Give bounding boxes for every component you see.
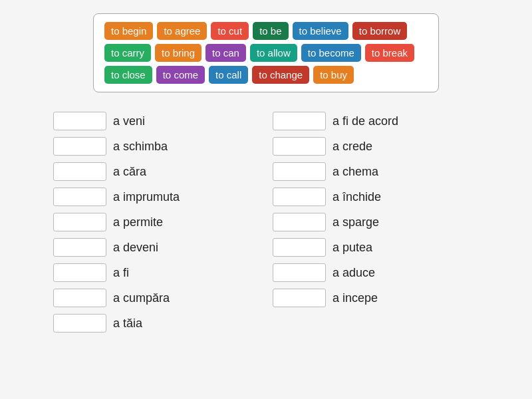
- answer-box[interactable]: [53, 289, 106, 307]
- answer-box[interactable]: [273, 263, 326, 282]
- answer-box[interactable]: [53, 238, 106, 257]
- match-label: a permite: [113, 215, 163, 229]
- answer-box[interactable]: [53, 188, 106, 206]
- answer-box[interactable]: [53, 213, 106, 231]
- word-chip[interactable]: to borrow: [352, 22, 408, 40]
- match-label: a veni: [113, 114, 145, 128]
- answer-box[interactable]: [273, 238, 326, 257]
- match-row: a cumpăra: [47, 285, 266, 311]
- match-row: a putea: [266, 235, 485, 260]
- word-chip[interactable]: to believe: [293, 22, 348, 40]
- match-label: a sparge: [332, 215, 379, 229]
- match-label: a cumpăra: [113, 291, 170, 305]
- match-row: a închide: [266, 184, 485, 209]
- match-label: a tăia: [113, 317, 142, 331]
- answer-box[interactable]: [273, 213, 326, 231]
- match-label: a închide: [332, 190, 381, 204]
- word-chip[interactable]: to call: [209, 66, 248, 84]
- word-chip[interactable]: to bring: [155, 44, 201, 62]
- match-area: a venia schimbaa căraa imprumutaa permit…: [47, 108, 485, 336]
- answer-box[interactable]: [273, 162, 326, 181]
- word-chip[interactable]: to change: [252, 66, 309, 84]
- match-label: a căra: [113, 165, 146, 179]
- word-chip[interactable]: to break: [365, 44, 414, 62]
- answer-box[interactable]: [273, 112, 326, 130]
- match-row: a căra: [47, 159, 266, 184]
- match-row: a sparge: [266, 209, 485, 235]
- word-chip[interactable]: to be: [253, 22, 288, 40]
- match-row: a fi de acord: [266, 108, 485, 134]
- answer-box[interactable]: [53, 162, 106, 181]
- match-row: a chema: [266, 159, 485, 184]
- answer-box[interactable]: [53, 314, 106, 332]
- match-row: a fi: [47, 260, 266, 285]
- answer-box[interactable]: [53, 112, 106, 130]
- match-row: a imprumuta: [47, 184, 266, 209]
- word-chip[interactable]: to cut: [211, 22, 249, 40]
- match-label: a deveni: [113, 241, 158, 255]
- match-label: a imprumuta: [113, 190, 180, 204]
- match-label: a incepe: [332, 291, 378, 305]
- match-label: a crede: [332, 140, 372, 154]
- match-row: a schimba: [47, 134, 266, 159]
- match-label: a aduce: [332, 266, 375, 280]
- match-row: a deveni: [47, 235, 266, 260]
- answer-box[interactable]: [273, 289, 326, 307]
- match-label: a schimba: [113, 140, 168, 154]
- answer-box[interactable]: [273, 137, 326, 156]
- match-label: a chema: [332, 165, 378, 179]
- match-label: a fi: [113, 266, 129, 280]
- match-row: a veni: [47, 108, 266, 134]
- match-row: a incepe: [266, 285, 485, 311]
- match-row: a crede: [266, 134, 485, 159]
- word-chip[interactable]: to agree: [157, 22, 207, 40]
- word-chip[interactable]: to buy: [313, 66, 354, 84]
- answer-box[interactable]: [53, 137, 106, 156]
- match-row: a aduce: [266, 260, 485, 285]
- word-chip[interactable]: to come: [156, 66, 205, 84]
- left-column: a venia schimbaa căraa imprumutaa permit…: [47, 108, 266, 336]
- word-chip[interactable]: to carry: [104, 44, 151, 62]
- word-chip[interactable]: to become: [301, 44, 361, 62]
- match-row: a permite: [47, 209, 266, 235]
- word-chip[interactable]: to begin: [104, 22, 153, 40]
- answer-box[interactable]: [273, 188, 326, 206]
- right-column: a fi de acorda credea chemaa închidea sp…: [266, 108, 485, 336]
- word-bank: to beginto agreeto cutto beto believeto …: [93, 13, 439, 92]
- match-label: a putea: [332, 241, 372, 255]
- word-chip[interactable]: to close: [104, 66, 152, 84]
- answer-box[interactable]: [53, 263, 106, 282]
- word-chip[interactable]: to allow: [250, 44, 297, 62]
- word-chip[interactable]: to can: [205, 44, 246, 62]
- match-row: a tăia: [47, 311, 266, 336]
- match-label: a fi de acord: [332, 114, 398, 128]
